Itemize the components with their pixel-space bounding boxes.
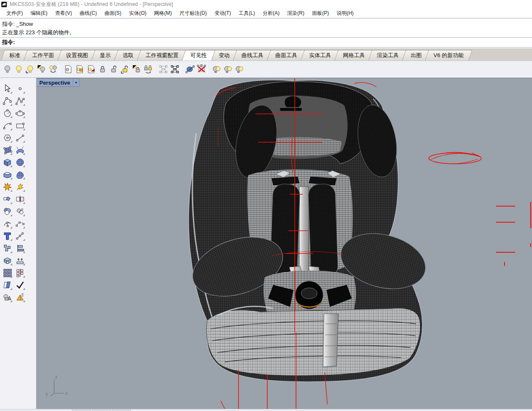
select-tool-icon[interactable] xyxy=(1,83,13,94)
ellipse-tool-icon[interactable] xyxy=(14,107,26,119)
slab-tool-icon[interactable] xyxy=(1,168,13,180)
arc-tool-icon[interactable] xyxy=(1,119,13,131)
show-selected-icon[interactable] xyxy=(25,63,36,75)
tab-cplane[interactable]: 工作平面 xyxy=(25,50,61,61)
show-in-detail-icon[interactable] xyxy=(74,63,85,75)
array-tool-icon[interactable] xyxy=(1,267,13,279)
tab-surface-tools[interactable]: 曲面工具 xyxy=(269,50,304,61)
menu-analyze[interactable]: 分析(A) xyxy=(259,8,283,18)
point-tool-icon[interactable] xyxy=(14,83,26,94)
swap-layer-objects-icon[interactable] xyxy=(234,63,245,75)
menu-render[interactable]: 渲染(R) xyxy=(283,8,308,18)
surface-from-points-tool-icon[interactable] xyxy=(1,144,13,156)
viewport-tab-stub[interactable] xyxy=(92,409,111,411)
polygon-tool-icon[interactable] xyxy=(1,132,13,143)
box-tool-icon[interactable] xyxy=(1,156,13,168)
control-point-curve-tool-icon[interactable] xyxy=(1,95,13,107)
tab-viewport-layout[interactable]: 工作视窗配置 xyxy=(139,50,185,61)
tab-mesh-tools[interactable]: 网格工具 xyxy=(336,50,372,61)
tab-set-view[interactable]: 设置视图 xyxy=(59,50,95,61)
hide-in-layout-icon[interactable] xyxy=(85,63,97,75)
show-objects-icon[interactable] xyxy=(13,63,25,75)
axis-y-label: y xyxy=(46,391,48,396)
menu-dimension[interactable]: 尺寸标注(D) xyxy=(176,8,211,18)
tab-standard[interactable]: 标准 xyxy=(3,50,27,61)
menu-mesh[interactable]: 网格(M) xyxy=(150,8,176,18)
tab-display[interactable]: 显示 xyxy=(93,50,118,61)
car-seat-model[interactable]: z x y xyxy=(36,78,532,409)
hide-in-detail-icon[interactable] xyxy=(63,63,74,75)
invert-lock-icon[interactable] xyxy=(143,63,154,75)
text-tool-icon[interactable] xyxy=(1,230,13,242)
primitives-tool-icon[interactable] xyxy=(1,291,13,303)
sep[interactable] xyxy=(181,64,184,75)
viewport-tab-stub[interactable] xyxy=(112,409,131,411)
menu-view[interactable]: 查看(V) xyxy=(51,8,76,18)
viewport-menu-arrow[interactable]: ▼ xyxy=(73,79,79,86)
menu-tools[interactable]: 工具(L) xyxy=(235,8,259,18)
line-tool-icon[interactable] xyxy=(14,132,26,143)
sphere-tool-icon[interactable] xyxy=(14,156,26,168)
menu-surface[interactable]: 曲面(S) xyxy=(101,8,125,18)
tab-transform[interactable]: 变动 xyxy=(212,50,236,61)
unlock-selected-icon[interactable] xyxy=(120,63,131,75)
boolean-tool-icon[interactable] xyxy=(1,181,13,193)
sep[interactable] xyxy=(59,64,63,75)
swap-hidden-icon[interactable] xyxy=(36,63,47,75)
object-properties-tool-icon[interactable] xyxy=(1,205,13,217)
swap-locked-icon[interactable] xyxy=(131,63,143,75)
menu-file[interactable]: 文件(F) xyxy=(3,8,27,18)
lock-objects-icon[interactable] xyxy=(97,63,108,75)
split-tool-icon[interactable] xyxy=(14,193,26,205)
linear-array-tool-icon[interactable] xyxy=(14,267,26,279)
tab-solid-tools[interactable]: 实体工具 xyxy=(302,50,338,61)
menu-help[interactable]: 说明(H) xyxy=(333,8,358,18)
show-edit-points-icon[interactable] xyxy=(158,63,169,75)
points-off-icon[interactable] xyxy=(196,63,207,75)
viewport-title-chip[interactable]: Perspective ▼ xyxy=(36,78,80,87)
tab-v6-new[interactable]: V6 的新功能 xyxy=(427,50,471,61)
tab-render-tools[interactable]: 渲染工具 xyxy=(370,50,406,61)
align-tool-icon[interactable] xyxy=(14,242,26,254)
tab-drafting[interactable]: 出图 xyxy=(404,50,428,61)
extrude-tool-icon[interactable] xyxy=(14,254,26,266)
command-prompt-input[interactable]: 指令: xyxy=(0,38,532,47)
surface-edit-tool-icon[interactable] xyxy=(1,279,13,291)
menu-transform[interactable]: 变动(T) xyxy=(211,8,235,18)
sep[interactable] xyxy=(154,64,158,75)
menu-bar: 文件(F) 编辑(E) 查看(V) 曲线(C) 曲面(S) 实体(O) 网格(M… xyxy=(0,8,532,18)
polyline-tool-icon[interactable] xyxy=(14,95,26,107)
viewport-title[interactable]: Perspective xyxy=(36,80,73,86)
control-points-on-icon[interactable] xyxy=(184,63,196,75)
tab-visibility[interactable]: 可见性 xyxy=(184,50,214,61)
menu-curve[interactable]: 曲线(C) xyxy=(76,8,101,18)
perspective-viewport[interactable]: Perspective ▼ xyxy=(36,78,532,409)
show-layer-objects-icon[interactable] xyxy=(211,63,222,75)
tab-select[interactable]: 选取 xyxy=(116,50,140,61)
group-tool-icon[interactable] xyxy=(14,205,26,217)
tab-curve-tools[interactable]: 曲线工具 xyxy=(235,50,270,61)
trim-tool-icon[interactable] xyxy=(1,193,13,205)
rebuild-curve-tool-icon[interactable] xyxy=(14,218,26,229)
explode-tool-icon[interactable] xyxy=(14,181,26,193)
check-tool-icon[interactable] xyxy=(14,279,26,291)
unlock-objects-icon[interactable] xyxy=(108,63,120,75)
pyramid-tool-icon[interactable] xyxy=(14,291,26,303)
show-solid-points-icon[interactable] xyxy=(169,63,181,75)
menu-solid[interactable]: 实体(O) xyxy=(125,8,150,18)
block-tool-icon[interactable] xyxy=(1,242,13,254)
adjust-curve-tool-icon[interactable] xyxy=(1,218,13,229)
point-edit-tool-icon[interactable] xyxy=(14,230,26,242)
sep[interactable] xyxy=(207,64,211,75)
sweep-surface-tool-icon[interactable] xyxy=(14,144,26,156)
menu-panels[interactable]: 面板(P) xyxy=(308,8,333,18)
rectangle-tool-icon[interactable] xyxy=(14,119,26,131)
hide-objects-icon[interactable] xyxy=(2,63,13,75)
invert-hide-icon[interactable] xyxy=(47,63,59,75)
mesh-tool-icon[interactable] xyxy=(14,168,26,180)
solid-cube-tool-icon[interactable] xyxy=(1,254,13,266)
menu-edit[interactable]: 编辑(E) xyxy=(27,8,51,18)
hide-layer-objects-icon[interactable] xyxy=(222,63,234,75)
viewport-tab-stub[interactable] xyxy=(72,409,91,411)
circle-tool-icon[interactable] xyxy=(1,107,13,119)
